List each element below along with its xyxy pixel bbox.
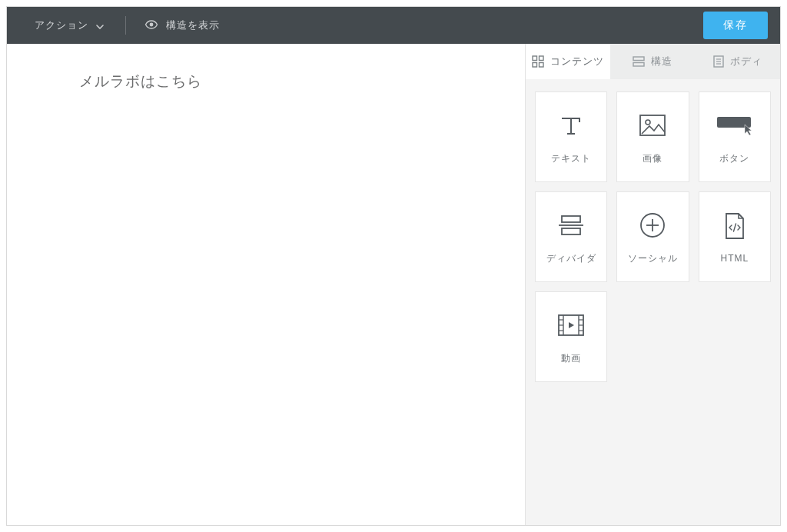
save-button[interactable]: 保存 — [703, 12, 768, 39]
text-icon — [558, 109, 584, 141]
svg-rect-14 — [562, 216, 580, 222]
tab-body-label: ボディ — [730, 55, 762, 68]
show-structure-label: 構造を表示 — [166, 18, 220, 32]
svg-point-12 — [646, 120, 650, 125]
tile-image[interactable]: 画像 — [616, 91, 689, 182]
eye-icon — [144, 20, 158, 32]
tab-structure-label: 構造 — [651, 55, 672, 68]
show-structure-toggle[interactable]: 構造を表示 — [126, 7, 238, 44]
tile-image-label: 画像 — [643, 152, 662, 165]
svg-rect-4 — [540, 63, 544, 68]
button-icon — [716, 109, 754, 141]
svg-rect-3 — [533, 63, 537, 68]
editor-canvas[interactable]: メルラボはこちら — [7, 44, 525, 525]
tab-contents-label: コンテンツ — [550, 55, 604, 68]
chevron-down-icon — [96, 20, 104, 32]
svg-rect-6 — [633, 63, 644, 67]
page-icon — [713, 55, 724, 68]
divider-icon — [557, 209, 585, 241]
tile-social-label: ソーシャル — [628, 252, 678, 265]
canvas-text-block[interactable]: メルラボはこちら — [79, 71, 525, 91]
tab-contents[interactable]: コンテンツ — [526, 44, 610, 79]
tile-button[interactable]: ボタン — [699, 91, 771, 182]
svg-rect-1 — [533, 56, 537, 61]
columns-icon — [633, 56, 645, 67]
action-label: アクション — [35, 18, 88, 32]
tile-video[interactable]: 動画 — [535, 291, 607, 382]
tile-video-label: 動画 — [561, 352, 581, 365]
tab-body[interactable]: ボディ — [696, 44, 780, 79]
svg-rect-5 — [633, 57, 644, 61]
grid-icon — [532, 55, 544, 68]
toolbar: アクション 構造を表示 保存 — [7, 7, 780, 44]
html-icon — [723, 210, 746, 242]
tile-text[interactable]: テキスト — [535, 91, 607, 182]
panel-tabs: コンテンツ 構造 ボディ — [526, 44, 780, 79]
tile-divider[interactable]: ディバイダ — [535, 191, 607, 282]
tile-button-label: ボタン — [719, 152, 749, 165]
svg-point-0 — [150, 22, 154, 26]
image-icon — [639, 109, 666, 141]
tile-divider-label: ディバイダ — [546, 252, 596, 265]
tile-html[interactable]: HTML — [699, 191, 771, 282]
side-panel: コンテンツ 構造 ボディ — [525, 44, 780, 525]
tile-html-label: HTML — [720, 253, 749, 264]
content-tiles: テキスト 画像 ボタン — [526, 79, 780, 394]
action-dropdown[interactable]: アクション — [7, 7, 125, 44]
tab-structure[interactable]: 構造 — [610, 44, 695, 79]
svg-rect-2 — [540, 56, 544, 61]
svg-rect-16 — [562, 228, 580, 234]
tile-text-label: テキスト — [551, 152, 591, 165]
video-icon — [557, 309, 585, 341]
social-icon — [639, 209, 666, 241]
tile-social[interactable]: ソーシャル — [616, 191, 689, 282]
